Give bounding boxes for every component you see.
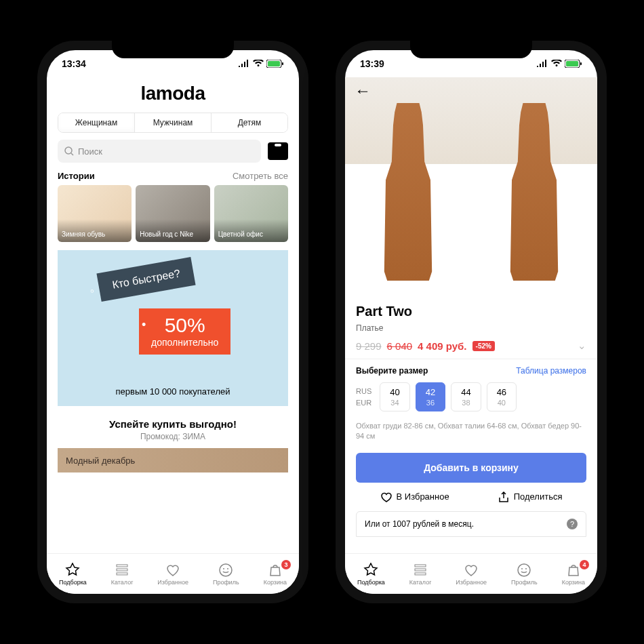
cart-badge: 3	[281, 560, 291, 569]
camera-icon[interactable]	[268, 142, 288, 160]
deal-promocode: Промокод: ЗИМА	[47, 432, 299, 441]
nav-favorites[interactable]: Избранное	[157, 563, 188, 586]
nav-catalog[interactable]: Каталог	[409, 563, 432, 586]
size-option[interactable]: 40 34	[380, 382, 409, 411]
nav-favorites[interactable]: Избранное	[456, 563, 487, 586]
nav-label: Подборка	[357, 579, 385, 586]
installment-row[interactable]: Или от 1007 рублей в месяц. ?	[356, 511, 586, 537]
svg-rect-13	[580, 62, 582, 65]
product-image	[471, 77, 597, 294]
status-icons	[536, 60, 582, 68]
nav-profile[interactable]: Профиль	[213, 563, 239, 586]
size-eur: 36	[426, 399, 435, 407]
promo-banner[interactable]: Кто быстрее? 50% дополнительно первым 10…	[58, 250, 288, 406]
nav-catalog[interactable]: Каталог	[111, 563, 134, 586]
favorite-button[interactable]: В Избранное	[380, 491, 449, 503]
bottom-nav: Подборка Каталог Избранное Профиль 4 Кор…	[345, 553, 597, 594]
nav-selection[interactable]: Подборка	[357, 563, 385, 586]
svg-point-9	[223, 568, 224, 569]
story-item[interactable]: Новый год с Nike	[136, 185, 209, 242]
notch	[112, 41, 234, 58]
story-label: Зимняя обувь	[62, 230, 105, 238]
tab-women[interactable]: Женщинам	[58, 113, 135, 132]
help-icon[interactable]: ?	[567, 519, 578, 529]
svg-rect-16	[415, 573, 426, 575]
star-icon	[65, 563, 80, 578]
secondary-banner[interactable]: Модный декабрь	[58, 448, 288, 472]
svg-rect-7	[117, 573, 127, 575]
story-item[interactable]: Цветной офис	[214, 185, 288, 242]
gender-tabs: Женщинам Мужчинам Детям	[58, 113, 288, 133]
nav-label: Избранное	[456, 579, 487, 586]
nav-cart[interactable]: 4 Корзина	[562, 563, 585, 586]
promo-tag-1: Кто быстрее?	[96, 257, 196, 302]
size-rus: 40	[390, 387, 399, 397]
product-gallery[interactable]	[345, 77, 597, 294]
deal-title: Успейте купить выгодно!	[109, 418, 237, 430]
promo-extra: дополнительно	[151, 337, 218, 348]
measurements: Обхват груди 82-86 см, Обхват талии 64-6…	[345, 416, 597, 450]
size-rus: 42	[426, 387, 435, 397]
nav-label: Каталог	[111, 579, 134, 586]
svg-rect-14	[415, 565, 426, 567]
heart-icon	[380, 491, 393, 503]
signal-icon	[536, 60, 548, 68]
smile-icon	[517, 563, 531, 578]
search-row: Поиск	[58, 140, 288, 163]
stories-row: Зимняя обувь Новый год с Nike Цветной оф…	[47, 185, 299, 250]
phone-right: 13:39 ← Part Two Платье 9 299 6 040 4 40…	[336, 41, 607, 603]
bottom-nav: Подборка Каталог Избранное Профиль 3 Кор…	[47, 553, 299, 594]
size-table-link[interactable]: Таблица размеров	[516, 366, 586, 376]
svg-point-3	[65, 147, 72, 154]
size-system-label: RUS	[356, 387, 371, 395]
notch	[410, 41, 532, 58]
nav-label: Корзина	[562, 579, 585, 586]
stories-header: Истории Смотреть все	[47, 171, 299, 185]
nav-cart[interactable]: 3 Корзина	[264, 563, 287, 586]
heart-icon	[165, 563, 180, 578]
screen-home: 13:34 lamoda Женщинам Мужчинам Детям Пои…	[47, 50, 299, 594]
back-button[interactable]: ←	[355, 81, 371, 100]
svg-rect-12	[566, 61, 578, 66]
size-grid: RUS EUR 40 34 42 36 44 38	[356, 382, 586, 411]
deal-block: Успейте купить выгодно! Промокод: ЗИМА	[47, 414, 299, 448]
size-section: Выберите размер Таблица размеров RUS EUR…	[345, 359, 597, 416]
nav-selection[interactable]: Подборка	[59, 563, 87, 586]
svg-rect-1	[268, 61, 280, 66]
size-option-selected[interactable]: 42 36	[416, 382, 445, 411]
share-button[interactable]: Поделиться	[498, 491, 563, 503]
size-option[interactable]: 46 40	[487, 382, 517, 411]
svg-rect-6	[117, 569, 127, 571]
wifi-icon	[551, 60, 562, 68]
size-header: Выберите размер Таблица размеров	[356, 366, 586, 376]
size-rus: 44	[461, 387, 470, 397]
price-row[interactable]: 9 299 6 040 4 409 руб. -52% ⌄	[356, 340, 586, 352]
cart-badge: 4	[580, 560, 589, 569]
installment-text: Или от 1007 рублей в месяц.	[365, 519, 474, 529]
smile-icon	[218, 563, 233, 578]
search-icon	[64, 146, 74, 156]
star-icon	[363, 563, 378, 578]
tab-kids[interactable]: Детям	[212, 113, 287, 132]
app-logo: lamoda	[47, 77, 299, 113]
price-current: 4 409 руб.	[418, 340, 466, 352]
size-option[interactable]: 44 38	[451, 382, 481, 411]
product-image	[345, 77, 471, 294]
tab-men[interactable]: Мужчинам	[135, 113, 212, 132]
nav-profile[interactable]: Профиль	[511, 563, 538, 586]
battery-icon	[565, 60, 582, 68]
status-time: 13:34	[62, 58, 86, 69]
price-original: 9 299	[356, 340, 382, 352]
story-item[interactable]: Зимняя обувь	[58, 185, 132, 242]
svg-rect-15	[415, 569, 426, 571]
catalog-icon	[115, 563, 129, 578]
add-to-cart-button[interactable]: Добавить в корзину	[356, 453, 586, 483]
svg-point-19	[525, 568, 527, 569]
svg-point-10	[227, 568, 228, 569]
stories-see-all[interactable]: Смотреть все	[233, 171, 288, 181]
banner-label: Модный декабрь	[66, 456, 135, 466]
story-label: Цветной офис	[218, 230, 263, 238]
bag-icon	[566, 563, 581, 578]
search-input[interactable]: Поиск	[58, 140, 261, 163]
nav-label: Каталог	[409, 579, 432, 586]
